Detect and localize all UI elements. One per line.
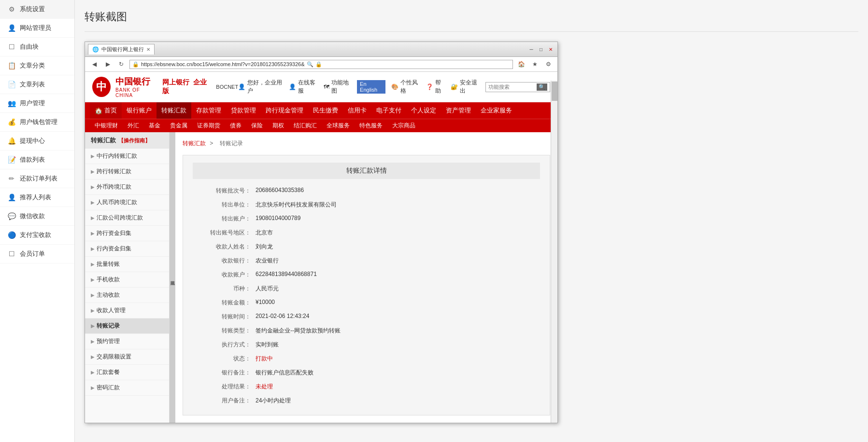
collapse-tab[interactable]: 隐藏菜单	[170, 132, 175, 423]
left-nav-package[interactable]: ▶ 汇款套餐	[85, 365, 169, 380]
sub-nav-settlement[interactable]: 结汇购汇	[289, 119, 322, 132]
left-nav-password-transfer[interactable]: ▶ 密码汇款	[85, 380, 169, 396]
minimize-button[interactable]: ─	[527, 46, 535, 53]
left-nav-payee-mgmt[interactable]: ▶ 收款人管理	[85, 303, 169, 318]
sender-region-value: 北京市	[256, 229, 273, 237]
left-nav-mobile-pay[interactable]: ▶ 手机收款	[85, 272, 169, 288]
detail-row-amount: 转账金额： ¥10000	[193, 296, 540, 310]
sub-nav-insurance[interactable]: 保险	[246, 119, 268, 132]
sender-value: 北京快乐时代科技发展有限公司	[256, 201, 337, 209]
bank-nav-transfer[interactable]: 转账汇款	[157, 102, 191, 119]
sidebar-item-wechat-pay[interactable]: 💬 微信收款	[0, 207, 74, 226]
sidebar-item-withdraw-center[interactable]: 🔔 提现中心	[0, 132, 74, 151]
left-nav-cross-bank[interactable]: ▶ 跨行转账汇款	[85, 164, 169, 180]
bank-nav-home[interactable]: 🏠 首页	[90, 102, 122, 119]
sender-region-label: 转出账号地区：	[193, 229, 251, 237]
scrollbar-thumb[interactable]	[552, 82, 557, 101]
bank-logo-circle: 中	[92, 77, 111, 97]
sub-nav-futures2[interactable]: 期权	[268, 119, 289, 132]
sub-nav-precious-metal[interactable]: 贵金属	[165, 119, 192, 132]
loan-icon: 📝	[7, 155, 16, 164]
bank-nav-credit[interactable]: 信用卡	[343, 102, 371, 119]
maximize-button[interactable]: □	[537, 46, 545, 53]
browser-tab[interactable]: 🌐 中国银行网上银行 ✕	[88, 44, 155, 55]
sub-nav-special[interactable]: 特色服务	[355, 119, 387, 132]
arrow-icon: ▶	[91, 354, 95, 359]
sidebar-item-system-settings[interactable]: ⚙ 系统设置	[0, 0, 74, 19]
left-nav-cross-fund[interactable]: ▶ 跨行资金归集	[85, 226, 169, 241]
browser-titlebar: 🌐 中国银行网上银行 ✕ ─ □ ✕	[85, 42, 557, 57]
sidebar-item-article-category[interactable]: 📋 文章分类	[0, 56, 74, 75]
tab-favicon: 🌐	[92, 46, 99, 53]
help-button[interactable]: ❓ 帮助	[426, 79, 445, 95]
sidebar-item-referral-list[interactable]: 👤 推荐人列表	[0, 188, 74, 207]
sitemap[interactable]: 🗺 功能地图	[324, 79, 351, 95]
boc-logo-symbol: 中	[96, 80, 107, 94]
sub-nav-global[interactable]: 全球服务	[322, 119, 355, 132]
left-nav-internal-fund[interactable]: ▶ 行内资金归集	[85, 241, 169, 257]
tab-close-button[interactable]: ✕	[146, 47, 150, 52]
sub-nav-finance[interactable]: 中银理财	[90, 119, 123, 132]
bank-nav-account[interactable]: 银行账户	[122, 102, 157, 119]
sidebar-item-alipay[interactable]: 🔵 支付宝收款	[0, 226, 74, 245]
arrow-icon: ▶	[91, 246, 95, 251]
bank-search-input[interactable]	[488, 84, 537, 90]
detail-row-status: 状态： 打款中	[193, 352, 540, 366]
left-nav-rmb-cross[interactable]: ▶ 人民币跨境汇款	[85, 195, 169, 210]
english-button[interactable]: En English	[357, 80, 385, 94]
left-nav-company-cross[interactable]: ▶ 汇款公司跨境汇款	[85, 210, 169, 226]
settings-nav-button[interactable]: ⚙	[543, 59, 554, 69]
user-note-label: 用户备注：	[193, 397, 251, 405]
left-nav-foreign-cross[interactable]: ▶ 外币跨境汇款	[85, 180, 169, 195]
left-nav-limit-setting[interactable]: ▶ 交易限额设置	[85, 349, 169, 365]
sidebar-item-loan-list[interactable]: 📝 借款列表	[0, 151, 74, 169]
left-nav-boc-internal[interactable]: ▶ 中行内转账汇款	[85, 149, 169, 164]
category-icon: 📋	[7, 61, 16, 70]
style-button[interactable]: 🎨 个性风格	[391, 79, 420, 95]
map-icon: 🗺	[324, 83, 329, 90]
sidebar-item-free-block[interactable]: ☐ 自由块	[0, 38, 74, 56]
sidebar-item-member-order[interactable]: ☐ 会员订单	[0, 245, 74, 263]
bank-nav-loan[interactable]: 贷款管理	[226, 102, 261, 119]
home-nav-button[interactable]: 🏠	[516, 59, 526, 69]
detail-row-batch-no: 转账批次号： 206866043035386	[193, 184, 540, 198]
sidebar-item-article-list[interactable]: 📄 文章列表	[0, 75, 74, 94]
left-nav-reservation[interactable]: ▶ 预约管理	[85, 334, 169, 349]
sub-nav-forex[interactable]: 外汇	[123, 119, 144, 132]
bank-search-button[interactable]: 🔍	[537, 83, 547, 91]
bank-nav-epayment[interactable]: 电子支付	[371, 102, 406, 119]
wechat-icon: 💬	[7, 212, 16, 221]
refresh-button[interactable]: ↻	[116, 59, 127, 69]
sub-nav-fund[interactable]: 基金	[144, 119, 165, 132]
sidebar-item-user-management[interactable]: 👥 用户管理	[0, 94, 74, 113]
bank-nav-deposit[interactable]: 存款管理	[191, 102, 226, 119]
address-bar[interactable]: 🔒 https://ebsnew.boc.cn/boc15/welcome.ht…	[129, 60, 513, 69]
browser-scrollbar[interactable]	[551, 81, 557, 423]
person-icon: 👤	[7, 24, 16, 32]
operation-guide-link[interactable]: 【操作指南】	[118, 137, 150, 144]
bank-search[interactable]: 🔍	[485, 82, 550, 92]
left-nav-transfer-record[interactable]: ▶ 转账记录	[85, 318, 169, 334]
left-nav-auto-collect[interactable]: ▶ 主动收款	[85, 288, 169, 303]
bank-nav-civil[interactable]: 民生缴费	[308, 102, 343, 119]
sub-nav-commodity[interactable]: 大宗商品	[387, 119, 420, 132]
logout-button[interactable]: 🔐 安全退出	[451, 79, 480, 95]
sub-nav-futures[interactable]: 证券期货	[192, 119, 225, 132]
sidebar-item-repay-list[interactable]: ✏ 还款订单列表	[0, 169, 74, 188]
favorites-button[interactable]: ★	[529, 59, 540, 69]
bank-nav-personal[interactable]: 个人设定	[406, 102, 441, 119]
sidebar-item-wallet-management[interactable]: 💰 用户钱包管理	[0, 113, 74, 132]
back-button[interactable]: ◀	[89, 59, 100, 69]
online-service[interactable]: 👤 在线客服	[289, 79, 318, 95]
forward-button[interactable]: ▶	[102, 59, 113, 69]
bank-nav-asset[interactable]: 资产管理	[441, 102, 476, 119]
result-label: 处理结果：	[193, 383, 251, 391]
bank-nav-cross-currency[interactable]: 跨行现金管理	[261, 102, 308, 119]
left-nav-batch-transfer[interactable]: ▶ 批量转账	[85, 257, 169, 272]
sidebar-item-site-admin[interactable]: 👤 网站管理员	[0, 19, 74, 38]
bank-nav-enterprise[interactable]: 企业家服务	[476, 102, 517, 119]
close-button[interactable]: ✕	[547, 46, 555, 53]
sub-nav-bond[interactable]: 债券	[225, 119, 246, 132]
receiver-name-value: 刘向龙	[256, 243, 273, 251]
breadcrumb-parent-link[interactable]: 转账汇款	[183, 140, 206, 147]
